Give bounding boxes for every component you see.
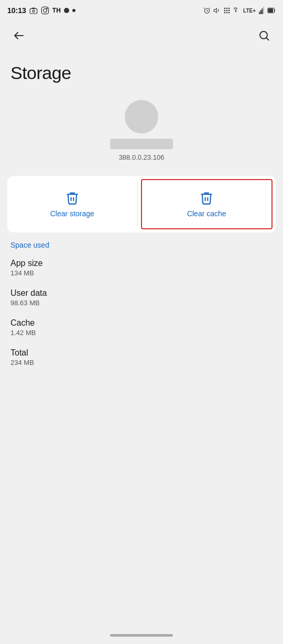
- app-info-section: 388.0.0.23.106: [0, 92, 283, 172]
- action-divider: [137, 182, 138, 226]
- total-label: Total: [10, 348, 273, 358]
- app-version: 388.0.0.23.106: [119, 153, 165, 161]
- svg-rect-14: [226, 12, 227, 13]
- page-title: Storage: [10, 63, 273, 83]
- signal-icon: [233, 7, 241, 14]
- svg-point-3: [43, 9, 47, 13]
- search-button[interactable]: [254, 25, 275, 46]
- grid-icon: [223, 7, 231, 14]
- app-icon: [125, 100, 158, 134]
- user-data-label: User data: [10, 288, 273, 298]
- alarm-icon: [203, 7, 211, 14]
- space-item-total: Total 234 MB: [10, 348, 273, 367]
- svg-rect-19: [262, 8, 263, 14]
- trash-cache-icon: [199, 191, 214, 205]
- user-data-value: 98.63 MB: [10, 299, 273, 307]
- svg-rect-22: [268, 8, 273, 12]
- app-size-label: App size: [10, 259, 273, 268]
- back-arrow-icon: [13, 29, 25, 42]
- clear-storage-label: Clear storage: [50, 209, 94, 218]
- cache-value: 1.42 MB: [10, 329, 273, 337]
- search-icon: [258, 29, 270, 42]
- instagram-icon: [41, 6, 49, 15]
- page-title-section: Storage: [0, 50, 283, 92]
- clear-cache-label: Clear cache: [187, 209, 226, 218]
- battery-icon: [267, 7, 276, 14]
- small-dot-icon: [72, 9, 75, 12]
- cache-label: Cache: [10, 318, 273, 328]
- svg-rect-2: [41, 7, 48, 14]
- svg-point-1: [32, 10, 35, 12]
- top-navigation: [0, 21, 283, 50]
- camera-icon: [29, 6, 38, 15]
- svg-point-16: [235, 11, 236, 12]
- svg-rect-12: [228, 10, 230, 11]
- app-size-value: 134 MB: [10, 269, 273, 277]
- svg-marker-6: [214, 8, 216, 13]
- status-left: 10:13 TH: [7, 6, 75, 15]
- svg-rect-7: [224, 8, 225, 9]
- svg-rect-8: [226, 8, 227, 9]
- bottom-nav-indicator: [110, 634, 173, 637]
- svg-rect-20: [263, 7, 264, 14]
- status-time: 10:13: [7, 6, 26, 15]
- clear-cache-button[interactable]: Clear cache: [141, 179, 273, 229]
- svg-rect-15: [228, 12, 230, 13]
- svg-rect-13: [224, 12, 225, 13]
- svg-rect-9: [228, 8, 230, 9]
- svg-rect-17: [259, 12, 260, 14]
- th-indicator: TH: [52, 7, 61, 14]
- svg-rect-0: [30, 9, 37, 14]
- svg-point-4: [47, 8, 48, 9]
- status-right: LTE+: [203, 7, 276, 14]
- app-name-bar: [110, 139, 173, 149]
- volume-icon: [213, 7, 221, 14]
- space-used-title: Space used: [10, 241, 273, 249]
- dot-icon: [64, 8, 69, 13]
- trash-storage-icon: [65, 191, 80, 205]
- actions-card: Clear storage Clear cache: [7, 176, 276, 232]
- svg-rect-18: [260, 10, 262, 14]
- space-item-userdata: User data 98.63 MB: [10, 288, 273, 307]
- space-used-section: Space used App size 134 MB User data 98.…: [0, 241, 283, 367]
- lte-badge: LTE+: [243, 8, 256, 14]
- space-item-cache: Cache 1.42 MB: [10, 318, 273, 337]
- total-value: 234 MB: [10, 359, 273, 367]
- space-item-appsize: App size 134 MB: [10, 259, 273, 277]
- svg-rect-10: [224, 10, 225, 11]
- svg-rect-11: [226, 10, 227, 11]
- back-button[interactable]: [8, 25, 29, 46]
- status-bar: 10:13 TH LTE+: [0, 0, 283, 21]
- signal-bars-icon: [258, 7, 265, 14]
- clear-storage-button[interactable]: Clear storage: [7, 176, 137, 232]
